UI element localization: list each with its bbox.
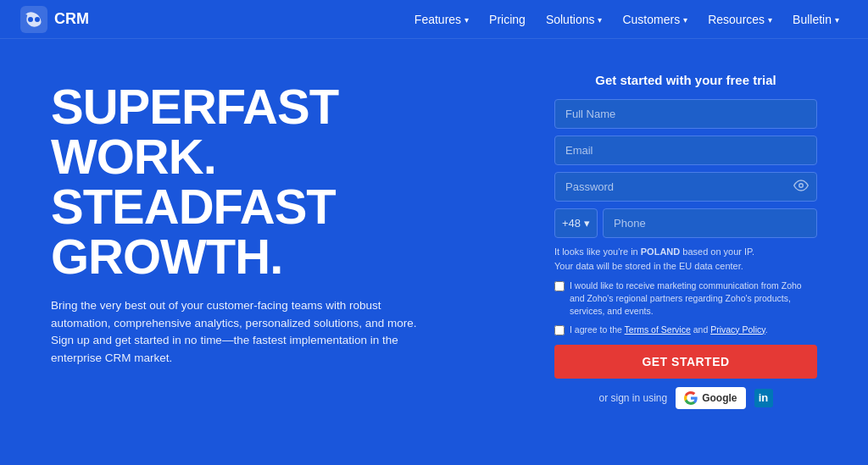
marketing-checkbox-label: I would like to receive marketing commun… (570, 280, 817, 318)
signup-form: Get started with your free trial +48 ▾ I… (554, 73, 817, 448)
email-input[interactable] (554, 136, 817, 165)
nav-features[interactable]: Features ▾ (406, 8, 477, 31)
or-signin-text: or sign in using (598, 392, 667, 404)
terms-link[interactable]: Terms of Service (625, 324, 691, 335)
google-label: Google (702, 392, 737, 404)
phone-row: +48 ▾ (554, 208, 817, 238)
phone-code-selector[interactable]: +48 ▾ (554, 208, 598, 238)
chevron-down-icon: ▾ (683, 15, 687, 25)
svg-point-2 (35, 17, 40, 22)
marketing-checkbox-row: I would like to receive marketing commun… (554, 280, 817, 318)
nav-resources[interactable]: Resources ▾ (699, 8, 781, 31)
nav-bulletin[interactable]: Bulletin ▾ (784, 8, 848, 31)
svg-point-1 (28, 17, 33, 22)
google-signin-button[interactable]: Google (676, 387, 745, 409)
google-icon (684, 391, 698, 405)
nav-customers[interactable]: Customers ▾ (614, 8, 696, 31)
get-started-button[interactable]: GET STARTED (554, 345, 817, 379)
chevron-down-icon: ▾ (835, 15, 839, 25)
country-code: +48 (562, 217, 581, 230)
nav-pricing[interactable]: Pricing (481, 8, 534, 31)
hero-subtitle: Bring the very best out of your customer… (51, 297, 424, 368)
nav-links: Features ▾ Pricing Solutions ▾ Customers… (406, 8, 848, 31)
marketing-checkbox[interactable] (554, 281, 565, 291)
hero-section: SUPERFAST WORK. STEADFAST GROWTH. Bring … (51, 73, 520, 448)
navbar: CRM Features ▾ Pricing Solutions ▾ Custo… (0, 0, 868, 39)
social-signin-row: or sign in using Google in (554, 387, 817, 409)
eye-icon[interactable] (793, 178, 809, 197)
linkedin-signin-button[interactable]: in (754, 389, 773, 407)
chevron-down-icon: ▾ (598, 15, 602, 25)
password-wrapper (554, 172, 817, 202)
logo[interactable]: CRM (20, 6, 89, 33)
chevron-down-icon: ▾ (465, 15, 469, 25)
hero-title: SUPERFAST WORK. STEADFAST GROWTH. (51, 81, 520, 282)
form-title: Get started with your free trial (554, 73, 817, 87)
location-notice: It looks like you're in POLAND based on … (554, 245, 817, 273)
privacy-link[interactable]: Privacy Policy (710, 324, 765, 335)
password-input[interactable] (554, 172, 817, 202)
zoho-logo-icon (20, 6, 47, 33)
main-content: SUPERFAST WORK. STEADFAST GROWTH. Bring … (0, 39, 868, 465)
chevron-down-icon: ▾ (584, 217, 590, 230)
svg-point-3 (799, 183, 804, 187)
chevron-down-icon: ▾ (768, 15, 772, 25)
full-name-input[interactable] (554, 99, 817, 129)
tos-checkbox-row: I agree to the Terms of Service and Priv… (554, 324, 817, 336)
tos-checkbox-label: I agree to the Terms of Service and Priv… (570, 324, 768, 336)
nav-solutions[interactable]: Solutions ▾ (537, 8, 611, 31)
tos-checkbox[interactable] (554, 325, 565, 335)
logo-text: CRM (54, 10, 89, 28)
phone-input[interactable] (603, 208, 817, 238)
